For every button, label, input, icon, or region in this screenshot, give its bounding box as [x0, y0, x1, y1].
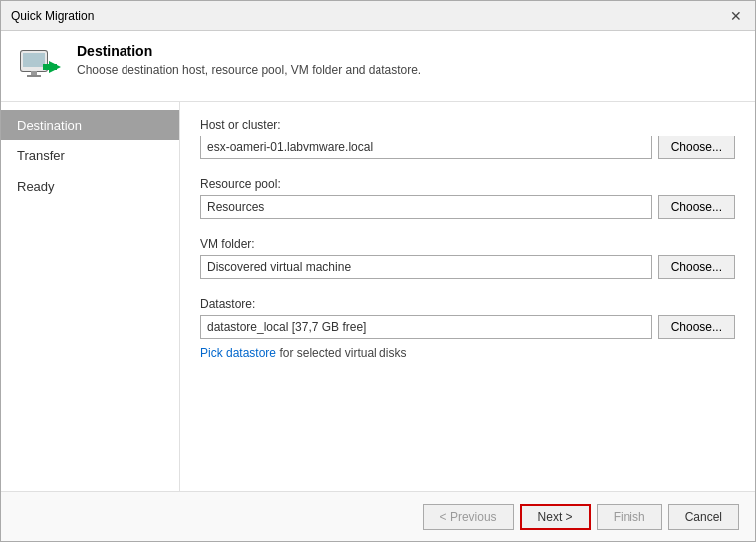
- vm-folder-row: Choose...: [200, 255, 735, 279]
- vm-folder-input[interactable]: [200, 255, 652, 279]
- pick-datastore-suffix: for selected virtual disks: [276, 346, 406, 360]
- header-title: Destination: [77, 43, 421, 59]
- header-description: Choose destination host, resource pool, …: [77, 63, 421, 77]
- svg-rect-3: [31, 71, 37, 75]
- next-button[interactable]: Next >: [520, 504, 591, 530]
- sidebar-item-ready[interactable]: Ready: [1, 171, 179, 202]
- datastore-group: Datastore: Choose... Pick datastore for …: [200, 297, 735, 360]
- host-cluster-row: Choose...: [200, 136, 735, 159]
- close-button[interactable]: ✕: [727, 7, 745, 25]
- svg-rect-2: [23, 53, 45, 67]
- resource-pool-label: Resource pool:: [200, 177, 735, 191]
- cancel-button[interactable]: Cancel: [668, 504, 739, 530]
- vm-folder-label: VM folder:: [200, 237, 735, 251]
- header-text: Destination Choose destination host, res…: [77, 43, 421, 77]
- footer: < Previous Next > Finish Cancel: [1, 491, 755, 541]
- resource-pool-input[interactable]: [200, 195, 652, 219]
- sidebar-item-transfer[interactable]: Transfer: [1, 140, 179, 171]
- host-cluster-input[interactable]: [200, 136, 652, 159]
- host-cluster-group: Host or cluster: Choose...: [200, 118, 735, 159]
- datastore-label: Datastore:: [200, 297, 735, 311]
- vm-folder-group: VM folder: Choose...: [200, 237, 735, 279]
- host-cluster-choose-button[interactable]: Choose...: [658, 136, 735, 159]
- header: Destination Choose destination host, res…: [1, 31, 755, 102]
- previous-button[interactable]: < Previous: [423, 504, 514, 530]
- resource-pool-group: Resource pool: Choose...: [200, 177, 735, 219]
- datastore-input[interactable]: [200, 315, 652, 339]
- resource-pool-row: Choose...: [200, 195, 735, 219]
- title-bar: Quick Migration ✕: [1, 1, 755, 31]
- svg-rect-4: [27, 75, 41, 77]
- sidebar-item-destination[interactable]: Destination: [1, 110, 179, 140]
- content: Destination Transfer Ready Host or clust…: [1, 102, 755, 491]
- vm-folder-choose-button[interactable]: Choose...: [658, 255, 735, 279]
- main-content: Host or cluster: Choose... Resource pool…: [180, 102, 755, 491]
- dialog: Quick Migration ✕ Destination Choose des…: [0, 0, 756, 542]
- pick-datastore-row: Pick datastore for selected virtual disk…: [200, 345, 735, 360]
- pick-datastore-link[interactable]: Pick datastore: [200, 346, 276, 360]
- host-cluster-label: Host or cluster:: [200, 118, 735, 132]
- dialog-title: Quick Migration: [11, 9, 94, 23]
- finish-button[interactable]: Finish: [597, 504, 662, 530]
- datastore-row: Choose...: [200, 315, 735, 339]
- resource-pool-choose-button[interactable]: Choose...: [658, 195, 735, 219]
- datastore-choose-button[interactable]: Choose...: [658, 315, 735, 339]
- svg-rect-6: [43, 64, 57, 70]
- sidebar: Destination Transfer Ready: [1, 102, 180, 491]
- migration-icon: [17, 43, 65, 91]
